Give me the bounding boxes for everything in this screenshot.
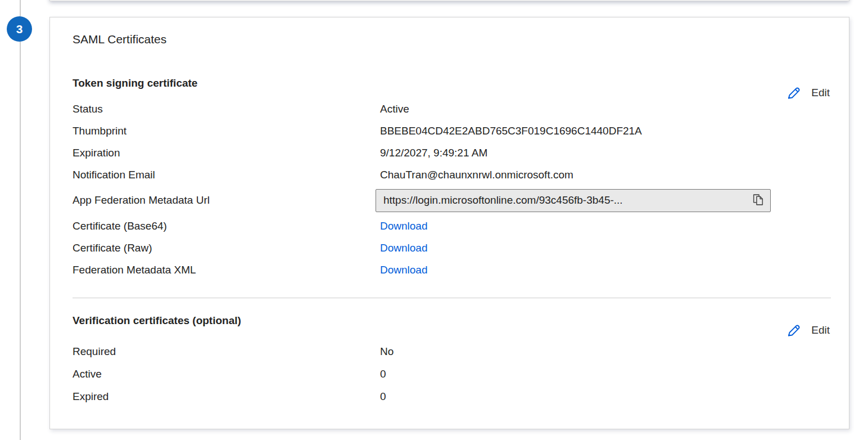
required-value: No	[380, 345, 394, 358]
thumbprint-value: BBEBE04CD42E2ABD765C3F019C1696C1440DF21A	[380, 125, 642, 137]
previous-step-card-edge	[49, 0, 849, 1]
expired-count-value: 0	[380, 390, 386, 403]
status-value: Active	[380, 103, 409, 115]
sso-setup-page: 3 SAML Certificates Token signing certif…	[0, 0, 868, 440]
step-number-badge: 3	[7, 16, 32, 42]
app-federation-metadata-url-row: App Federation Metadata Url https://logi…	[73, 186, 831, 215]
certificate-base64-download-link[interactable]: Download	[380, 220, 428, 232]
metadata-url-value: https://login.microsoftonline.com/93c456…	[383, 194, 623, 206]
token-signing-edit-button[interactable]: Edit	[785, 84, 830, 101]
edit-button-label: Edit	[811, 87, 830, 99]
token-signing-heading: Token signing certificate	[73, 77, 197, 89]
expiration-row: Expiration 9/12/2027, 9:49:21 AM	[73, 142, 831, 164]
notification-email-row: Notification Email ChauTran@chaunxnrwl.o…	[73, 164, 831, 186]
row-label: Thumbprint	[73, 125, 380, 137]
row-label: Expired	[73, 390, 380, 403]
active-count-value: 0	[380, 368, 386, 380]
section-divider	[73, 298, 831, 298]
copy-button[interactable]	[747, 192, 765, 209]
edit-button-label: Edit	[811, 324, 830, 336]
token-signing-section-header: Token signing certificate Edit	[73, 76, 831, 91]
required-row: Required No	[73, 340, 831, 363]
certificate-base64-row: Certificate (Base64) Download	[73, 215, 831, 237]
certificate-raw-download-link[interactable]: Download	[380, 242, 428, 254]
federation-metadata-xml-row: Federation Metadata XML Download	[73, 259, 831, 281]
expiration-value: 9/12/2027, 9:49:21 AM	[380, 147, 487, 159]
row-label: Notification Email	[73, 169, 380, 181]
row-label: Federation Metadata XML	[73, 264, 380, 276]
active-count-row: Active 0	[73, 363, 831, 385]
expired-count-row: Expired 0	[73, 385, 831, 408]
pencil-icon	[785, 322, 802, 339]
token-signing-rows: Status Active Thumbprint BBEBE04CD42E2AB…	[73, 98, 831, 281]
verification-rows: Required No Active 0 Expired 0	[73, 340, 831, 408]
row-label: Required	[73, 345, 380, 358]
row-label: Expiration	[73, 147, 380, 159]
panel-title: SAML Certificates	[73, 32, 831, 47]
certificate-raw-row: Certificate (Raw) Download	[73, 237, 831, 259]
row-label: Active	[73, 368, 380, 380]
verification-heading: Verification certificates (optional)	[73, 315, 241, 326]
row-label: Certificate (Base64)	[73, 220, 380, 232]
app-federation-metadata-url-field[interactable]: https://login.microsoftonline.com/93c456…	[376, 189, 771, 212]
copy-icon	[751, 192, 765, 209]
federation-metadata-xml-download-link[interactable]: Download	[380, 264, 428, 276]
row-label: Status	[73, 103, 380, 115]
thumbprint-row: Thumbprint BBEBE04CD42E2ABD765C3F019C169…	[73, 120, 831, 142]
verification-edit-button[interactable]: Edit	[785, 322, 830, 339]
row-label: App Federation Metadata Url	[73, 194, 380, 206]
row-label: Certificate (Raw)	[73, 242, 380, 254]
saml-certificates-panel: SAML Certificates Token signing certific…	[49, 17, 849, 429]
verification-section-header: Verification certificates (optional) Edi…	[73, 313, 831, 328]
notification-email-value: ChauTran@chaunxnrwl.onmicrosoft.com	[380, 169, 573, 181]
status-row: Status Active	[73, 98, 831, 120]
step-connector-line	[20, 0, 21, 440]
pencil-icon	[785, 84, 802, 101]
